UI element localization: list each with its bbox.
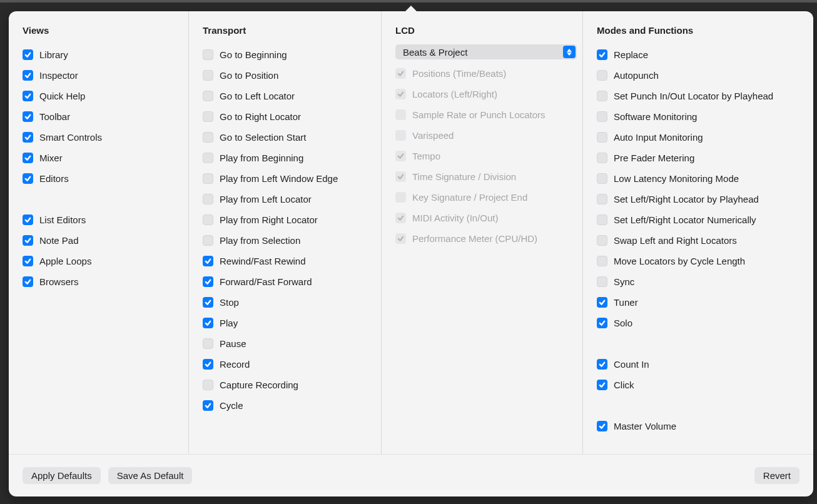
option-cycle[interactable]: Cycle: [203, 395, 367, 416]
option-play[interactable]: Play: [203, 313, 367, 333]
option-quick-help[interactable]: Quick Help: [23, 86, 175, 106]
checkbox-pre-fader-metering[interactable]: [597, 153, 607, 163]
checkbox-note-pad[interactable]: [23, 235, 33, 246]
checkbox-set-left-right-locator-numerically[interactable]: [597, 214, 607, 225]
option-browsers[interactable]: Browsers: [23, 271, 175, 292]
checkbox-sync[interactable]: [597, 276, 607, 287]
checkbox-quick-help[interactable]: [23, 91, 33, 101]
checkbox-mixer[interactable]: [23, 153, 33, 163]
checkbox-auto-input-monitoring[interactable]: [597, 132, 607, 143]
option-play-from-beginning[interactable]: Play from Beginning: [203, 148, 367, 168]
option-smart-controls[interactable]: Smart Controls: [23, 127, 175, 148]
lcd-mode-select[interactable]: Beats & Project: [395, 44, 577, 59]
checkbox-editors[interactable]: [23, 173, 33, 184]
option-toolbar[interactable]: Toolbar: [23, 106, 175, 127]
checkbox-apple-loops[interactable]: [23, 256, 33, 266]
checkbox-play-from-right-locator[interactable]: [203, 214, 213, 225]
option-move-locators-by-cycle-length[interactable]: Move Locators by Cycle Length: [597, 251, 799, 271]
checkbox-click[interactable]: [597, 380, 607, 390]
checkbox-set-punch-in-out-locator-by-playhead[interactable]: [597, 91, 607, 101]
option-software-monitoring[interactable]: Software Monitoring: [597, 106, 799, 127]
checkbox-go-to-beginning[interactable]: [203, 49, 213, 60]
checkbox-play-from-left-window-edge[interactable]: [203, 173, 213, 184]
checkbox-play[interactable]: [203, 318, 213, 328]
checkbox-list-editors[interactable]: [23, 214, 33, 225]
checkbox-library[interactable]: [23, 49, 33, 60]
checkbox-master-volume[interactable]: [597, 421, 607, 431]
checkbox-inspector[interactable]: [23, 70, 33, 81]
checkbox-swap-left-and-right-locators[interactable]: [597, 235, 607, 246]
option-master-volume[interactable]: Master Volume: [597, 416, 799, 436]
option-library[interactable]: Library: [23, 44, 175, 65]
option-set-punch-in-out-locator-by-playhead[interactable]: Set Punch In/Out Locator by Playhead: [597, 86, 799, 106]
revert-button[interactable]: Revert: [754, 467, 799, 484]
save-as-default-button[interactable]: Save As Default: [108, 467, 193, 484]
checkbox-replace[interactable]: [597, 49, 607, 60]
option-play-from-right-locator[interactable]: Play from Right Locator: [203, 209, 367, 230]
option-go-to-position[interactable]: Go to Position: [203, 65, 367, 86]
checkbox-browsers[interactable]: [23, 276, 33, 287]
option-set-left-right-locator-by-playhead[interactable]: Set Left/Right Locator by Playhead: [597, 189, 799, 209]
checkbox-set-left-right-locator-by-playhead[interactable]: [597, 194, 607, 204]
option-pause[interactable]: Pause: [203, 333, 367, 354]
option-sync[interactable]: Sync: [597, 271, 799, 292]
option-apple-loops[interactable]: Apple Loops: [23, 251, 175, 271]
checkbox-move-locators-by-cycle-length[interactable]: [597, 256, 607, 266]
checkbox-play-from-beginning[interactable]: [203, 153, 213, 163]
option-set-left-right-locator-numerically[interactable]: Set Left/Right Locator Numerically: [597, 209, 799, 230]
checkbox-autopunch[interactable]: [597, 70, 607, 81]
option-record[interactable]: Record: [203, 354, 367, 375]
checkbox-play-from-selection[interactable]: [203, 235, 213, 246]
option-autopunch[interactable]: Autopunch: [597, 65, 799, 86]
option-stop[interactable]: Stop: [203, 292, 367, 313]
option-play-from-left-window-edge[interactable]: Play from Left Window Edge: [203, 168, 367, 189]
option-play-from-selection[interactable]: Play from Selection: [203, 230, 367, 251]
checkbox-go-to-selection-start[interactable]: [203, 132, 213, 143]
checkbox-cycle[interactable]: [203, 400, 213, 411]
checkbox-go-to-left-locator[interactable]: [203, 91, 213, 101]
option-capture-recording[interactable]: Capture Recording: [203, 375, 367, 395]
checkbox-smart-controls[interactable]: [23, 132, 33, 143]
checkbox-toolbar[interactable]: [23, 111, 33, 122]
option-count-in[interactable]: Count In: [597, 354, 799, 375]
option-editors[interactable]: Editors: [23, 168, 175, 189]
option-swap-left-and-right-locators[interactable]: Swap Left and Right Locators: [597, 230, 799, 251]
column-lcd: LCD Beats & Project Positions (Time/Beat…: [382, 11, 583, 454]
checkbox-rewind-fast-rewind[interactable]: [203, 256, 213, 266]
option-low-latency-monitoring-mode[interactable]: Low Latency Monitoring Mode: [597, 168, 799, 189]
checkbox-locators-left-right: [395, 89, 406, 99]
checkbox-software-monitoring[interactable]: [597, 111, 607, 122]
option-replace[interactable]: Replace: [597, 44, 799, 65]
checkbox-go-to-right-locator[interactable]: [203, 111, 213, 122]
option-mixer[interactable]: Mixer: [23, 148, 175, 168]
checkbox-low-latency-monitoring-mode[interactable]: [597, 173, 607, 184]
option-tuner[interactable]: Tuner: [597, 292, 799, 313]
checkbox-record[interactable]: [203, 359, 213, 370]
option-go-to-beginning[interactable]: Go to Beginning: [203, 44, 367, 65]
option-note-pad[interactable]: Note Pad: [23, 230, 175, 251]
checkbox-play-from-left-locator[interactable]: [203, 194, 213, 204]
checkbox-pause[interactable]: [203, 338, 213, 349]
option-go-to-selection-start[interactable]: Go to Selection Start: [203, 127, 367, 148]
option-play-from-left-locator[interactable]: Play from Left Locator: [203, 189, 367, 209]
checkbox-forward-fast-forward[interactable]: [203, 276, 213, 287]
option-auto-input-monitoring[interactable]: Auto Input Monitoring: [597, 127, 799, 148]
option-inspector[interactable]: Inspector: [23, 65, 175, 86]
option-sample-rate-or-punch-locators: Sample Rate or Punch Locators: [395, 104, 569, 125]
option-go-to-left-locator[interactable]: Go to Left Locator: [203, 86, 367, 106]
checkbox-go-to-position[interactable]: [203, 70, 213, 81]
checkbox-stop[interactable]: [203, 297, 213, 308]
checkbox-solo[interactable]: [597, 318, 607, 328]
option-pre-fader-metering[interactable]: Pre Fader Metering: [597, 148, 799, 168]
checkbox-count-in[interactable]: [597, 359, 607, 370]
option-forward-fast-forward[interactable]: Forward/Fast Forward: [203, 271, 367, 292]
checkbox-capture-recording[interactable]: [203, 380, 213, 390]
option-rewind-fast-rewind[interactable]: Rewind/Fast Rewind: [203, 251, 367, 271]
option-solo[interactable]: Solo: [597, 313, 799, 333]
apply-defaults-button[interactable]: Apply Defaults: [23, 467, 101, 484]
option-click[interactable]: Click: [597, 375, 799, 395]
option-list-editors[interactable]: List Editors: [23, 209, 175, 230]
checkbox-midi-activity-in-out: [395, 213, 406, 223]
option-go-to-right-locator[interactable]: Go to Right Locator: [203, 106, 367, 127]
checkbox-tuner[interactable]: [597, 297, 607, 308]
